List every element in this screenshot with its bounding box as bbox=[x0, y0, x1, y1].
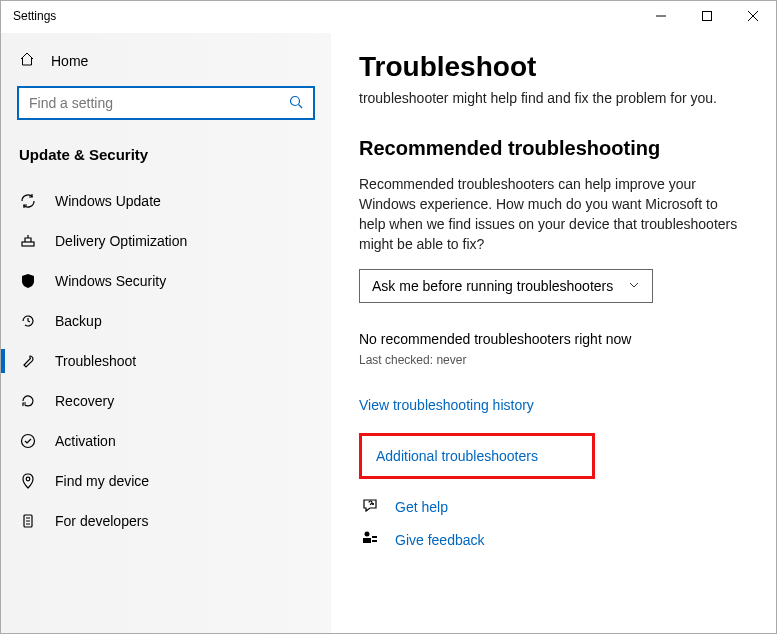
svg-point-10 bbox=[373, 503, 374, 504]
recovery-icon bbox=[19, 393, 37, 409]
additional-troubleshooters-link[interactable]: Additional troubleshooters bbox=[376, 448, 578, 464]
home-nav[interactable]: Home bbox=[1, 41, 331, 80]
home-icon bbox=[19, 51, 35, 70]
sidebar-section-heading: Update & Security bbox=[1, 132, 331, 173]
svg-point-4 bbox=[291, 96, 300, 105]
sidebar-item-label: Activation bbox=[55, 433, 116, 449]
close-button[interactable] bbox=[730, 1, 776, 31]
intro-text: troubleshooter might help find and fix t… bbox=[359, 89, 746, 109]
search-input-wrap[interactable] bbox=[17, 86, 315, 120]
location-icon bbox=[19, 473, 37, 489]
page-title: Troubleshoot bbox=[359, 51, 746, 83]
svg-rect-13 bbox=[372, 536, 377, 538]
svg-rect-1 bbox=[703, 12, 712, 21]
svg-rect-6 bbox=[22, 242, 34, 246]
sidebar-item-label: For developers bbox=[55, 513, 148, 529]
developers-icon bbox=[19, 513, 37, 529]
sidebar-item-backup[interactable]: Backup bbox=[1, 301, 331, 341]
delivery-icon bbox=[19, 233, 37, 249]
recommended-heading: Recommended troubleshooting bbox=[359, 137, 746, 160]
get-help-link[interactable]: Get help bbox=[395, 499, 448, 515]
sidebar-item-find-my-device[interactable]: Find my device bbox=[1, 461, 331, 501]
svg-line-5 bbox=[299, 104, 303, 108]
sidebar-item-label: Delivery Optimization bbox=[55, 233, 187, 249]
sidebar-item-for-developers[interactable]: For developers bbox=[1, 501, 331, 541]
sidebar-item-label: Troubleshoot bbox=[55, 353, 136, 369]
check-circle-icon bbox=[19, 433, 37, 449]
window-title: Settings bbox=[1, 1, 638, 31]
feedback-icon bbox=[361, 530, 379, 551]
backup-icon bbox=[19, 313, 37, 329]
chevron-down-icon bbox=[628, 278, 640, 294]
sidebar-item-label: Windows Update bbox=[55, 193, 161, 209]
sync-icon bbox=[19, 193, 37, 209]
maximize-button[interactable] bbox=[684, 1, 730, 31]
home-label: Home bbox=[51, 53, 88, 69]
sidebar-item-label: Recovery bbox=[55, 393, 114, 409]
svg-point-11 bbox=[365, 531, 370, 536]
svg-point-7 bbox=[22, 435, 35, 448]
sidebar-item-label: Windows Security bbox=[55, 273, 166, 289]
no-recommended-text: No recommended troubleshooters right now bbox=[359, 331, 746, 347]
recommended-paragraph: Recommended troubleshooters can help imp… bbox=[359, 174, 746, 255]
sidebar-item-label: Backup bbox=[55, 313, 102, 329]
sidebar-item-troubleshoot[interactable]: Troubleshoot bbox=[1, 341, 331, 381]
sidebar-item-delivery-optimization[interactable]: Delivery Optimization bbox=[1, 221, 331, 261]
sidebar-item-windows-update[interactable]: Windows Update bbox=[1, 181, 331, 221]
content-pane: Troubleshoot troubleshooter might help f… bbox=[331, 33, 776, 633]
last-checked-text: Last checked: never bbox=[359, 353, 746, 367]
sidebar-item-recovery[interactable]: Recovery bbox=[1, 381, 331, 421]
get-help-icon bbox=[361, 497, 379, 518]
svg-rect-12 bbox=[363, 538, 371, 543]
search-icon bbox=[289, 95, 303, 112]
svg-point-8 bbox=[26, 477, 30, 481]
sidebar: Home Update & Security Windows Update bbox=[1, 33, 331, 633]
sidebar-item-activation[interactable]: Activation bbox=[1, 421, 331, 461]
wrench-icon bbox=[19, 353, 37, 369]
sidebar-item-label: Find my device bbox=[55, 473, 149, 489]
dropdown-value: Ask me before running troubleshooters bbox=[372, 278, 613, 294]
additional-troubleshooters-highlight: Additional troubleshooters bbox=[359, 433, 595, 479]
sidebar-item-windows-security[interactable]: Windows Security bbox=[1, 261, 331, 301]
history-link[interactable]: View troubleshooting history bbox=[359, 397, 746, 413]
recommended-dropdown[interactable]: Ask me before running troubleshooters bbox=[359, 269, 653, 303]
give-feedback-link[interactable]: Give feedback bbox=[395, 532, 485, 548]
search-input[interactable] bbox=[29, 95, 289, 111]
titlebar: Settings bbox=[1, 1, 776, 33]
svg-rect-14 bbox=[372, 540, 377, 542]
minimize-button[interactable] bbox=[638, 1, 684, 31]
shield-icon bbox=[19, 273, 37, 289]
